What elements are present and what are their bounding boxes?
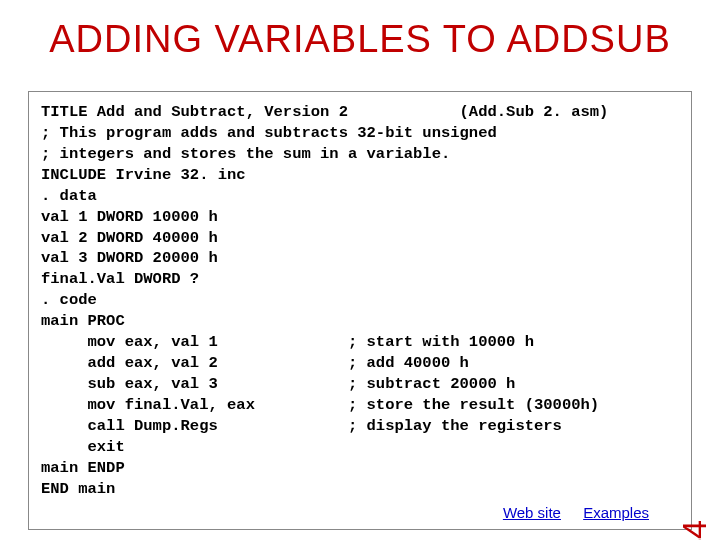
- code-line: main PROC: [41, 312, 125, 330]
- code-line: TITLE Add and Subtract, Version 2 (Add.S…: [41, 103, 608, 121]
- code-line: mov final.Val, eax ; store the result (3…: [41, 396, 599, 414]
- code-line: . code: [41, 291, 97, 309]
- code-line: call Dump.Regs ; display the registers: [41, 417, 562, 435]
- code-line: exit: [41, 438, 125, 456]
- code-line: . data: [41, 187, 97, 205]
- slide-title: ADDING VARIABLES TO ADDSUB: [0, 0, 720, 73]
- code-line: END main: [41, 480, 115, 498]
- page-number: 44: [675, 520, 714, 540]
- code-line: final.Val DWORD ?: [41, 270, 199, 288]
- code-line: val 2 DWORD 40000 h: [41, 229, 218, 247]
- slide: ADDING VARIABLES TO ADDSUB TITLE Add and…: [0, 0, 720, 540]
- code-listing: TITLE Add and Subtract, Version 2 (Add.S…: [41, 102, 679, 500]
- code-box: TITLE Add and Subtract, Version 2 (Add.S…: [28, 91, 692, 530]
- web-site-link[interactable]: Web site: [503, 504, 561, 521]
- code-line: mov eax, val 1 ; start with 10000 h: [41, 333, 534, 351]
- links-row: Web site Examples: [41, 500, 679, 521]
- code-line: INCLUDE Irvine 32. inc: [41, 166, 246, 184]
- code-line: ; integers and stores the sum in a varia…: [41, 145, 450, 163]
- code-line: sub eax, val 3 ; subtract 20000 h: [41, 375, 515, 393]
- examples-link[interactable]: Examples: [583, 504, 649, 521]
- code-line: val 3 DWORD 20000 h: [41, 249, 218, 267]
- code-line: val 1 DWORD 10000 h: [41, 208, 218, 226]
- code-line: add eax, val 2 ; add 40000 h: [41, 354, 469, 372]
- code-line: ; This program adds and subtracts 32-bit…: [41, 124, 497, 142]
- code-line: main ENDP: [41, 459, 125, 477]
